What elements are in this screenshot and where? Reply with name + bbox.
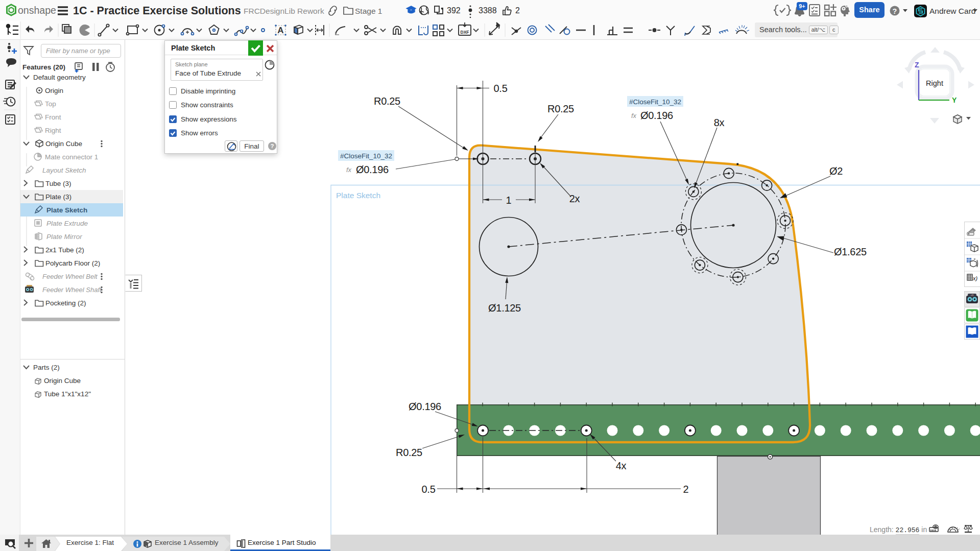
svg-text:Origin Cube: Origin Cube (44, 377, 81, 385)
svg-text:Feeder Wheel Belt: Feeder Wheel Belt (42, 273, 98, 280)
svg-text:Origin Cube: Origin Cube (45, 140, 82, 148)
svg-text:9+: 9+ (799, 3, 805, 9)
svg-text:Y: Y (952, 96, 957, 104)
svg-text:?: ? (893, 7, 897, 15)
svg-text:Ø2: Ø2 (829, 165, 843, 177)
svg-text:Plate Sketch: Plate Sketch (46, 206, 87, 214)
svg-text:Right: Right (45, 127, 61, 134)
svg-text:Top: Top (45, 100, 56, 108)
svg-text:Plate Mirror: Plate Mirror (46, 233, 82, 241)
svg-text:0.5: 0.5 (494, 83, 508, 94)
svg-text:4x: 4x (616, 460, 627, 471)
svg-text:2: 2 (515, 6, 520, 15)
svg-text:392: 392 (447, 6, 461, 15)
svg-text:Ø0.196: Ø0.196 (409, 401, 441, 412)
svg-text:A: A (277, 26, 283, 35)
svg-text:fx: fx (346, 166, 352, 174)
svg-text:DXF: DXF (461, 30, 469, 35)
svg-text:Ø1.125: Ø1.125 (488, 302, 521, 314)
svg-text:Tube 1"x1"x12": Tube 1"x1"x12" (44, 390, 91, 398)
svg-text:Parts (2): Parts (2) (33, 364, 60, 371)
svg-text:Feeder Wheel Shaft: Feeder Wheel Shaft (42, 286, 102, 294)
svg-text:2x: 2x (569, 193, 580, 204)
svg-text:Origin: Origin (45, 87, 63, 94)
svg-text:Tube (3): Tube (3) (45, 180, 71, 187)
svg-text:Mate connector 1: Mate connector 1 (45, 153, 98, 161)
svg-text:R0.25: R0.25 (396, 447, 422, 458)
svg-text:#CloseFit_10_32: #CloseFit_10_32 (340, 152, 392, 160)
svg-text:#CloseFit_10_32: #CloseFit_10_32 (629, 98, 681, 106)
svg-text:1: 1 (506, 195, 512, 206)
svg-text:Z: Z (915, 61, 919, 69)
svg-text:Plate Sketch: Plate Sketch (336, 191, 380, 200)
svg-text:Stage 1: Stage 1 (355, 7, 382, 15)
svg-text:Plate Extrude: Plate Extrude (46, 220, 88, 227)
svg-text:Default geometry: Default geometry (33, 74, 86, 81)
svg-text:Ø1.625: Ø1.625 (834, 246, 867, 257)
svg-text:Layout Sketch: Layout Sketch (42, 166, 86, 174)
svg-text:1C - Practice Exercise Solutio: 1C - Practice Exercise Solutions (73, 5, 241, 17)
svg-text:Front: Front (45, 113, 61, 121)
svg-text:onshape: onshape (18, 5, 56, 16)
svg-text:fx: fx (631, 112, 637, 119)
svg-text:FRCDesignLib Rework: FRCDesignLib Rework (244, 7, 324, 15)
svg-text:Right: Right (926, 79, 943, 87)
svg-text:3388: 3388 (479, 6, 497, 15)
svg-text:8x: 8x (714, 117, 725, 128)
svg-text:0.5: 0.5 (422, 484, 436, 495)
svg-text:2x1 Tube (2): 2x1 Tube (2) (45, 246, 84, 254)
svg-text:Ø0.196: Ø0.196 (356, 164, 389, 175)
svg-text:Polycarb Floor (2): Polycarb Floor (2) (45, 259, 100, 267)
svg-text:R0.25: R0.25 (547, 103, 574, 114)
svg-text:Plate (3): Plate (3) (45, 193, 71, 201)
svg-text:Pocketing (2): Pocketing (2) (45, 299, 86, 307)
svg-text:x): x) (972, 275, 978, 281)
svg-text:R0.25: R0.25 (374, 95, 400, 107)
svg-text:2: 2 (683, 484, 689, 495)
svg-text:o9: o9 (971, 294, 974, 297)
svg-text:Ø0.196: Ø0.196 (640, 110, 673, 121)
svg-text:Andrew Card: Andrew Card (929, 7, 975, 15)
